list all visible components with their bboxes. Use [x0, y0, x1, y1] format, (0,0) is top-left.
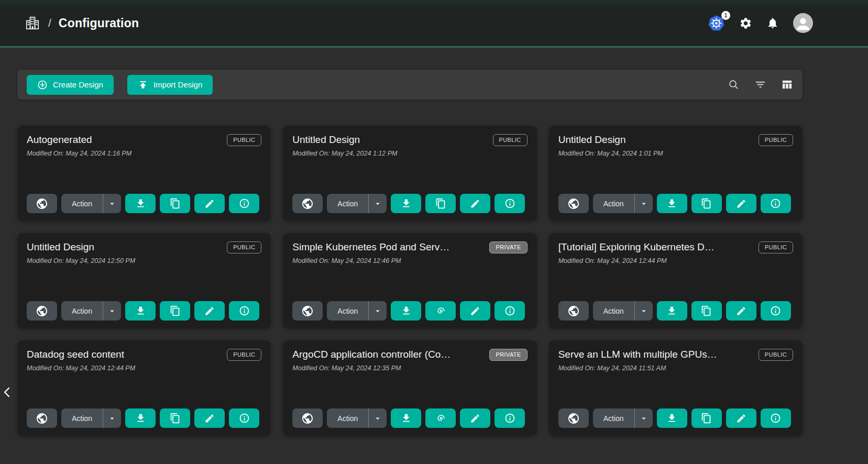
- globe-icon: [301, 412, 314, 425]
- action-button[interactable]: Action: [327, 194, 368, 213]
- design-title: Serve an LLM with multiple GPUs…: [558, 349, 717, 360]
- visibility-globe-button[interactable]: [292, 408, 323, 428]
- visibility-globe-button[interactable]: [27, 194, 57, 213]
- copy-icon: [170, 305, 181, 316]
- download-button[interactable]: [125, 194, 156, 213]
- info-button[interactable]: [761, 408, 791, 428]
- info-icon: [504, 198, 515, 209]
- edit-button[interactable]: [460, 301, 490, 321]
- visibility-globe-button[interactable]: [292, 194, 323, 213]
- action-dropdown-toggle[interactable]: [635, 194, 653, 213]
- filter-icon[interactable]: [754, 79, 766, 91]
- import-design-button[interactable]: Import Design: [127, 75, 213, 95]
- action-dropdown-toggle[interactable]: [635, 301, 653, 321]
- visibility-badge: PRIVATE: [489, 349, 527, 361]
- action-dropdown-toggle[interactable]: [635, 408, 653, 428]
- download-button[interactable]: [657, 301, 687, 321]
- clone-button[interactable]: [425, 194, 456, 213]
- edit-button[interactable]: [726, 408, 756, 428]
- visibility-badge: PRIVATE: [489, 241, 527, 253]
- edit-button[interactable]: [194, 194, 225, 213]
- info-button[interactable]: [495, 408, 525, 428]
- visibility-globe-button[interactable]: [558, 194, 589, 213]
- info-button[interactable]: [229, 194, 259, 213]
- action-button[interactable]: Action: [61, 301, 103, 321]
- action-button[interactable]: Action: [593, 301, 634, 321]
- download-button[interactable]: [391, 301, 421, 321]
- chevron-left-icon[interactable]: [1, 385, 13, 400]
- design-card: Untitled Design PUBLIC Modified On: May …: [283, 126, 536, 221]
- action-dropdown-toggle[interactable]: [103, 301, 121, 321]
- create-design-button[interactable]: Create Design: [27, 75, 114, 95]
- spiral-icon: [435, 413, 446, 424]
- download-button[interactable]: [391, 194, 421, 213]
- add-circle-icon: [37, 80, 48, 90]
- edit-button[interactable]: [194, 301, 225, 321]
- action-button[interactable]: Action: [327, 408, 368, 428]
- action-split-button: Action: [61, 408, 121, 428]
- download-button[interactable]: [125, 408, 156, 428]
- clone-button[interactable]: [160, 301, 190, 321]
- action-dropdown-toggle[interactable]: [103, 194, 121, 213]
- design-title: Untitled Design: [27, 241, 94, 253]
- settings-gear-icon[interactable]: [739, 17, 752, 30]
- user-avatar[interactable]: [793, 13, 813, 33]
- table-view-icon[interactable]: [781, 79, 793, 91]
- edit-button[interactable]: [460, 194, 490, 213]
- visibility-badge: PUBLIC: [759, 349, 793, 361]
- pencil-icon: [470, 306, 480, 316]
- modified-date: Modified On: May 24, 2024 1:16 PM: [27, 150, 261, 157]
- info-button[interactable]: [495, 194, 525, 213]
- chevron-down-icon: [373, 306, 382, 316]
- action-dropdown-toggle[interactable]: [369, 408, 387, 428]
- info-button[interactable]: [495, 301, 525, 321]
- download-button[interactable]: [391, 408, 421, 428]
- action-dropdown-toggle[interactable]: [369, 301, 387, 321]
- info-button[interactable]: [761, 194, 791, 213]
- clone-button[interactable]: [160, 194, 190, 213]
- action-button[interactable]: Action: [327, 301, 368, 321]
- design-title: Untitled Design: [558, 134, 626, 146]
- kubernetes-context-icon[interactable]: 1: [708, 15, 725, 32]
- info-button[interactable]: [229, 301, 259, 321]
- breadcrumb-separator: /: [48, 17, 51, 29]
- action-dropdown-toggle[interactable]: [103, 408, 121, 428]
- visibility-badge: PUBLIC: [759, 241, 793, 253]
- design-title: Datadog seed content: [27, 349, 124, 360]
- visibility-globe-button[interactable]: [558, 301, 589, 321]
- clone-button[interactable]: [425, 408, 456, 428]
- action-button[interactable]: Action: [61, 194, 103, 213]
- visibility-globe-button[interactable]: [27, 408, 57, 428]
- download-button[interactable]: [657, 408, 687, 428]
- clone-button[interactable]: [160, 408, 190, 428]
- action-button[interactable]: Action: [61, 408, 103, 428]
- visibility-badge: PUBLIC: [759, 134, 793, 146]
- visibility-globe-button[interactable]: [292, 301, 323, 321]
- visibility-globe-button[interactable]: [558, 408, 589, 428]
- design-card: Untitled Design PUBLIC Modified On: May …: [549, 126, 803, 221]
- edit-button[interactable]: [194, 408, 225, 428]
- building-icon[interactable]: [24, 15, 41, 31]
- edit-button[interactable]: [726, 194, 756, 213]
- download-button[interactable]: [657, 194, 687, 213]
- action-split-button: Action: [61, 301, 121, 321]
- notifications-bell-icon[interactable]: [766, 17, 779, 29]
- action-button[interactable]: Action: [593, 194, 634, 213]
- info-button[interactable]: [761, 301, 791, 321]
- visibility-globe-button[interactable]: [27, 301, 57, 321]
- action-dropdown-toggle[interactable]: [369, 194, 387, 213]
- card-action-row: Action: [27, 408, 261, 428]
- download-button[interactable]: [125, 301, 156, 321]
- search-icon[interactable]: [728, 79, 740, 91]
- info-button[interactable]: [229, 408, 259, 428]
- visibility-badge: PUBLIC: [227, 241, 261, 253]
- edit-button[interactable]: [460, 408, 490, 428]
- clone-button[interactable]: [691, 408, 722, 428]
- edit-button[interactable]: [726, 301, 756, 321]
- card-action-row: Action: [27, 301, 261, 321]
- clone-button[interactable]: [691, 301, 722, 321]
- info-icon: [770, 198, 781, 209]
- clone-button[interactable]: [425, 301, 456, 321]
- action-button[interactable]: Action: [593, 408, 634, 428]
- clone-button[interactable]: [691, 194, 722, 213]
